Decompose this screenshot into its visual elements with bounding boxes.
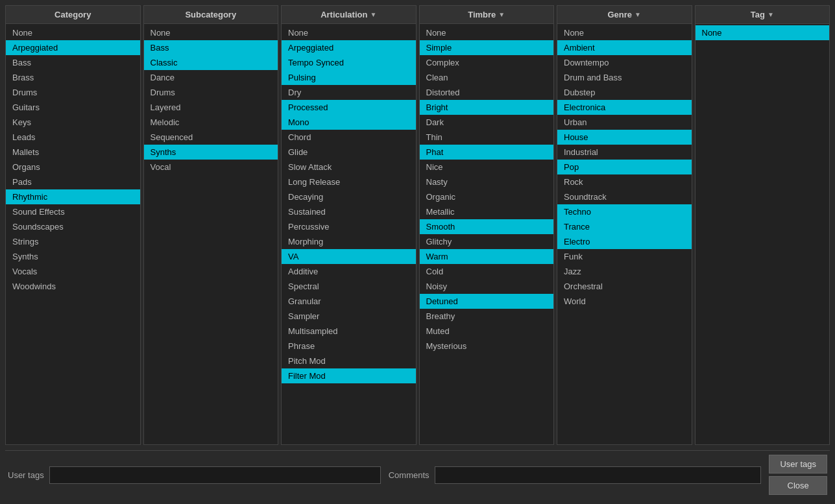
list-item[interactable]: Long Release — [282, 174, 416, 189]
list-item[interactable]: Pop — [557, 160, 692, 174]
user-tags-input[interactable] — [49, 466, 381, 484]
list-item[interactable]: Funk — [557, 249, 692, 264]
list-item[interactable]: Woodwinds — [6, 279, 140, 294]
list-item[interactable]: Arpeggiated — [282, 40, 416, 55]
list-item[interactable]: Organs — [6, 160, 140, 174]
list-item[interactable]: Mono — [282, 115, 416, 130]
list-item[interactable]: Arpeggiated — [6, 40, 140, 55]
list-item[interactable]: Dry — [282, 85, 416, 100]
list-item[interactable]: Techno — [557, 204, 692, 219]
list-item[interactable]: Filter Mod — [282, 368, 416, 383]
list-item[interactable]: Breathy — [420, 309, 554, 324]
list-item[interactable]: Strings — [6, 234, 140, 249]
list-item[interactable]: Rock — [557, 174, 692, 189]
list-item[interactable]: Additive — [282, 264, 416, 279]
list-item[interactable]: Synths — [144, 145, 278, 160]
list-item[interactable]: Jazz — [557, 264, 692, 279]
list-item[interactable]: None — [144, 25, 278, 40]
user-tags-button[interactable]: User tags — [769, 455, 827, 474]
list-item[interactable]: Soundscapes — [6, 219, 140, 234]
list-item[interactable]: Bright — [420, 100, 554, 115]
list-item[interactable]: Processed — [282, 100, 416, 115]
list-item[interactable]: Vocals — [6, 264, 140, 279]
list-item[interactable]: Smooth — [420, 219, 554, 234]
list-item[interactable]: Synths — [6, 249, 140, 264]
list-item[interactable]: Glide — [282, 145, 416, 160]
list-item[interactable]: Drum and Bass — [557, 70, 692, 85]
list-item[interactable]: Melodic — [144, 115, 278, 130]
list-item[interactable]: Chord — [282, 130, 416, 145]
list-item[interactable]: Cold — [420, 264, 554, 279]
list-item[interactable]: Slow Attack — [282, 160, 416, 174]
column-header-timbre[interactable]: Timbre▼ — [420, 6, 554, 24]
list-item[interactable]: Simple — [420, 40, 554, 55]
list-item[interactable]: House — [557, 130, 692, 145]
list-item[interactable]: None — [696, 25, 830, 40]
list-item[interactable]: Classic — [144, 55, 278, 70]
list-item[interactable]: Dance — [144, 70, 278, 85]
list-item[interactable]: None — [557, 25, 692, 40]
list-item[interactable]: Organic — [420, 189, 554, 204]
list-item[interactable]: Drums — [144, 85, 278, 100]
list-item[interactable]: Dubstep — [557, 85, 692, 100]
list-item[interactable]: World — [557, 294, 692, 309]
list-item[interactable]: None — [420, 25, 554, 40]
list-item[interactable]: Trance — [557, 219, 692, 234]
list-item[interactable]: Brass — [6, 70, 140, 85]
list-item[interactable]: None — [6, 25, 140, 40]
column-header-articulation[interactable]: Articulation▼ — [282, 6, 416, 24]
list-item[interactable]: Detuned — [420, 294, 554, 309]
list-item[interactable]: Phrase — [282, 339, 416, 354]
list-item[interactable]: Tempo Synced — [282, 55, 416, 70]
list-item[interactable]: Bass — [144, 40, 278, 55]
list-item[interactable]: Bass — [6, 55, 140, 70]
close-button[interactable]: Close — [769, 476, 827, 495]
list-item[interactable]: VA — [282, 249, 416, 264]
list-item[interactable]: Soundtrack — [557, 189, 692, 204]
list-item[interactable]: Electro — [557, 234, 692, 249]
list-item[interactable]: Rhythmic — [6, 189, 140, 204]
list-item[interactable]: Metallic — [420, 204, 554, 219]
list-item[interactable]: Sampler — [282, 309, 416, 324]
list-item[interactable]: Urban — [557, 115, 692, 130]
list-item[interactable]: Muted — [420, 324, 554, 339]
comments-input[interactable] — [435, 466, 762, 484]
list-item[interactable]: Keys — [6, 115, 140, 130]
list-item[interactable]: None — [282, 25, 416, 40]
list-item[interactable]: Morphing — [282, 234, 416, 249]
list-item[interactable]: Ambient — [557, 40, 692, 55]
list-item[interactable]: Distorted — [420, 85, 554, 100]
column-header-genre[interactable]: Genre▼ — [557, 6, 692, 24]
list-item[interactable]: Layered — [144, 100, 278, 115]
list-item[interactable]: Mallets — [6, 145, 140, 160]
list-item[interactable]: Vocal — [144, 160, 278, 174]
list-item[interactable]: Electronica — [557, 100, 692, 115]
list-item[interactable]: Pitch Mod — [282, 354, 416, 368]
list-item[interactable]: Spectral — [282, 279, 416, 294]
list-item[interactable]: Percussive — [282, 219, 416, 234]
list-item[interactable]: Pads — [6, 174, 140, 189]
column-header-tag[interactable]: Tag▼ — [696, 6, 830, 24]
list-item[interactable]: Clean — [420, 70, 554, 85]
list-item[interactable]: Mysterious — [420, 339, 554, 354]
list-item[interactable]: Sustained — [282, 204, 416, 219]
list-item[interactable]: Noisy — [420, 279, 554, 294]
list-item[interactable]: Multisampled — [282, 324, 416, 339]
list-item[interactable]: Guitars — [6, 100, 140, 115]
list-item[interactable]: Thin — [420, 130, 554, 145]
list-item[interactable]: Glitchy — [420, 234, 554, 249]
list-item[interactable]: Orchestral — [557, 279, 692, 294]
list-item[interactable]: Phat — [420, 145, 554, 160]
list-item[interactable]: Granular — [282, 294, 416, 309]
list-item[interactable]: Complex — [420, 55, 554, 70]
list-item[interactable]: Dark — [420, 115, 554, 130]
list-item[interactable]: Nice — [420, 160, 554, 174]
list-item[interactable]: Industrial — [557, 145, 692, 160]
list-item[interactable]: Sound Effects — [6, 204, 140, 219]
list-item[interactable]: Drums — [6, 85, 140, 100]
list-item[interactable]: Downtempo — [557, 55, 692, 70]
list-item[interactable]: Sequenced — [144, 130, 278, 145]
list-item[interactable]: Pulsing — [282, 70, 416, 85]
list-item[interactable]: Nasty — [420, 174, 554, 189]
list-item[interactable]: Decaying — [282, 189, 416, 204]
